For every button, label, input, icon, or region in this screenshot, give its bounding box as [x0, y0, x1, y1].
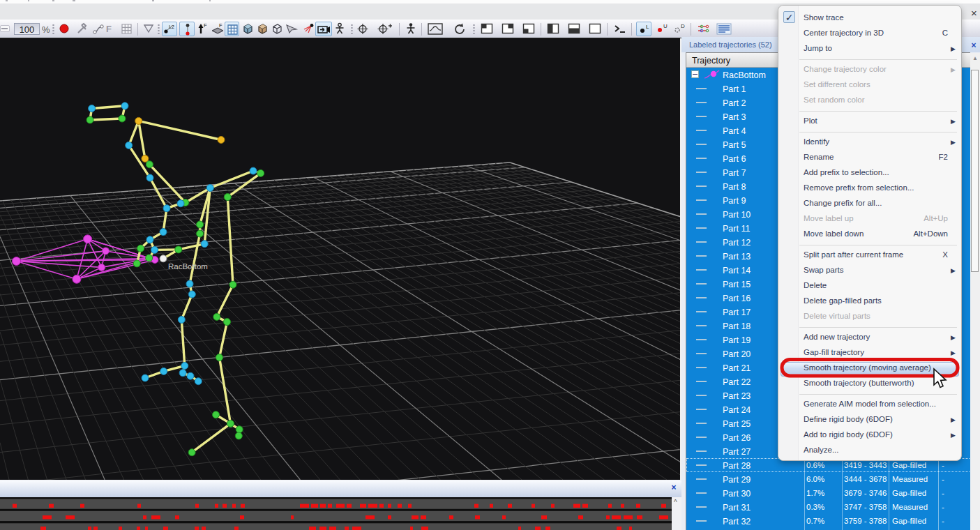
svg-text:D: D — [681, 23, 685, 29]
svg-text:L: L — [646, 24, 649, 30]
svg-text:RacBottom: RacBottom — [168, 262, 208, 271]
svg-text:U: U — [663, 23, 668, 29]
svg-text:F: F — [219, 22, 223, 29]
svg-text:F: F — [204, 22, 207, 29]
